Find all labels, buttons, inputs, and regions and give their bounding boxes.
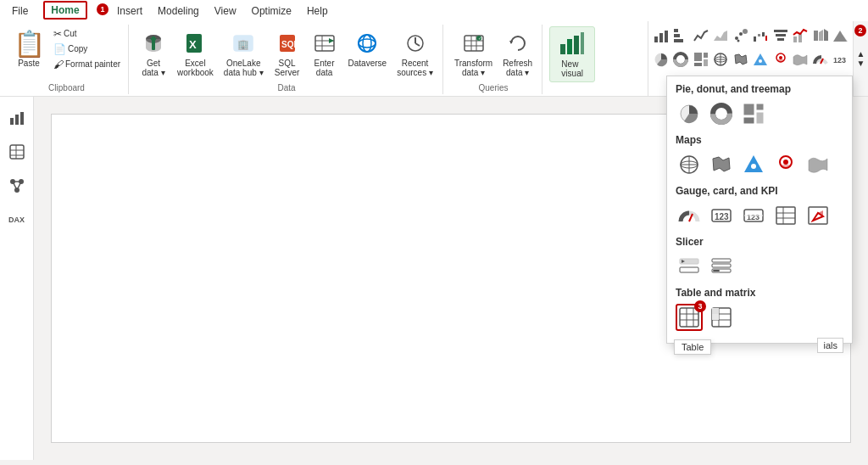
viz-donut-icon[interactable] bbox=[672, 48, 691, 70]
viz-line-icon[interactable] bbox=[692, 25, 710, 47]
onelake-button[interactable]: 🏢 OneLakedata hub ▾ bbox=[220, 26, 268, 79]
section-row-table: 3 Table ials bbox=[676, 304, 843, 331]
svg-rect-90 bbox=[756, 112, 764, 124]
svg-rect-72 bbox=[10, 118, 14, 125]
viz-filledmap-icon[interactable] bbox=[732, 48, 750, 70]
viz-panel-matrix[interactable] bbox=[708, 304, 735, 331]
svg-rect-34 bbox=[659, 33, 663, 42]
menu-bar: File Home 1 Insert Modeling View Optimiz… bbox=[0, 0, 868, 21]
viz-azuremap-icon[interactable] bbox=[752, 48, 771, 70]
viz-panel-azuremap[interactable] bbox=[740, 151, 767, 178]
viz-shapemap-icon[interactable] bbox=[792, 48, 810, 70]
menu-item-modeling[interactable]: Modeling bbox=[151, 3, 206, 20]
viz-panel-gauge[interactable] bbox=[676, 202, 703, 229]
sidebar-dax-view[interactable]: DAX bbox=[3, 205, 31, 234]
format-painter-button[interactable]: 🖌 Format painter bbox=[51, 58, 123, 71]
viz-panel-multicard[interactable]: 123 bbox=[740, 202, 767, 229]
viz-panel-pie[interactable] bbox=[676, 100, 703, 127]
get-data-button[interactable]: Getdata ▾ bbox=[136, 26, 171, 79]
viz-panel-card[interactable]: 123 bbox=[708, 202, 735, 229]
svg-point-16 bbox=[363, 35, 371, 52]
svg-text:SQL: SQL bbox=[281, 40, 299, 49]
viz-row-1 bbox=[652, 25, 849, 47]
viz-ribbon-icon[interactable] bbox=[811, 25, 830, 47]
svg-point-42 bbox=[743, 29, 748, 34]
viz-area-icon[interactable] bbox=[712, 25, 731, 47]
viz-panel-filledmap[interactable] bbox=[708, 151, 735, 178]
cut-button[interactable]: ✂ Cut bbox=[51, 27, 123, 41]
viz-mountain-icon[interactable] bbox=[832, 25, 850, 47]
sidebar-report-view[interactable] bbox=[3, 104, 31, 132]
viz-panel-slicer2[interactable] bbox=[708, 253, 735, 280]
viz-panel-shapemap[interactable] bbox=[804, 151, 832, 178]
viz-col-icon[interactable] bbox=[672, 25, 691, 47]
new-visual-button[interactable]: Newvisual bbox=[549, 26, 595, 82]
viz-bar-icon[interactable] bbox=[652, 25, 670, 47]
sidebar-model-view[interactable] bbox=[3, 171, 31, 200]
viz-pie-icon[interactable] bbox=[652, 48, 670, 70]
svg-text:123: 123 bbox=[715, 212, 729, 221]
menu-item-insert[interactable]: Insert bbox=[110, 3, 149, 20]
viz-panel-treemap[interactable] bbox=[740, 100, 767, 127]
svg-rect-117 bbox=[712, 264, 731, 267]
viz-panel-kpi[interactable] bbox=[804, 202, 832, 229]
svg-rect-89 bbox=[756, 104, 764, 110]
viz-gauge-icon[interactable] bbox=[811, 48, 830, 70]
svg-rect-75 bbox=[10, 145, 24, 159]
viz-row-2: 123 bbox=[652, 48, 849, 70]
get-data-icon bbox=[140, 30, 167, 57]
viz-kpi-icon[interactable]: 123 bbox=[832, 48, 850, 70]
section-title-gauge: Gauge, card, and KPI bbox=[676, 185, 843, 197]
svg-marker-27 bbox=[509, 41, 513, 44]
svg-rect-61 bbox=[694, 63, 702, 66]
viz-treemap-icon[interactable] bbox=[692, 48, 710, 70]
menu-item-view[interactable]: View bbox=[208, 3, 243, 20]
paste-button[interactable]: 📋 Paste bbox=[10, 26, 47, 71]
enter-data-button[interactable]: Enterdata bbox=[307, 26, 342, 79]
sidebar-table-view[interactable] bbox=[3, 137, 31, 166]
viz-globe-icon[interactable] bbox=[712, 48, 731, 70]
svg-rect-36 bbox=[674, 34, 680, 37]
svg-rect-106 bbox=[776, 207, 795, 224]
viz-funnel-icon[interactable] bbox=[771, 25, 790, 47]
viz-arcgis-icon[interactable] bbox=[771, 48, 790, 70]
excel-workbook-button[interactable]: X Excelworkbook bbox=[173, 26, 218, 79]
viz-panel-badge: 2 bbox=[854, 25, 866, 36]
viz-panel-table[interactable]: 3 Table bbox=[676, 304, 703, 331]
viz-scroll-button[interactable]: ▲ ▼ 2 bbox=[853, 21, 868, 96]
recent-sources-button[interactable]: Recentsources ▾ bbox=[392, 26, 437, 79]
data-group-label: Data bbox=[277, 83, 295, 94]
menu-item-file[interactable]: File bbox=[5, 3, 35, 20]
svg-rect-88 bbox=[743, 104, 754, 115]
svg-point-67 bbox=[759, 59, 762, 63]
transform-label: Transformdata ▾ bbox=[454, 59, 492, 77]
viz-scatter-icon[interactable] bbox=[732, 25, 750, 47]
svg-rect-45 bbox=[758, 34, 760, 36]
viz-combo-icon[interactable] bbox=[792, 25, 810, 47]
menu-item-help[interactable]: Help bbox=[300, 3, 335, 20]
svg-point-43 bbox=[737, 40, 739, 42]
svg-rect-116 bbox=[712, 259, 731, 262]
enter-data-icon bbox=[311, 30, 338, 57]
copy-button[interactable]: 📄 Copy bbox=[51, 42, 123, 56]
viz-panel-globe[interactable] bbox=[676, 151, 703, 178]
refresh-button[interactable]: Refreshdata ▾ bbox=[498, 26, 537, 79]
clipboard-group: 📋 Paste ✂ Cut 📄 Copy 🖌 Format painter bbox=[5, 25, 129, 94]
transform-button[interactable]: ✓ Transformdata ▾ bbox=[450, 26, 497, 79]
svg-rect-9 bbox=[315, 36, 334, 51]
svg-rect-50 bbox=[777, 38, 784, 41]
onelake-label: OneLakedata hub ▾ bbox=[224, 59, 264, 77]
dataverse-button[interactable]: Dataverse bbox=[344, 26, 392, 70]
viz-panel-slicer1[interactable] bbox=[676, 253, 703, 280]
section-title-slicer: Slicer bbox=[676, 236, 843, 248]
sql-server-button[interactable]: SQL SQLServer bbox=[270, 26, 305, 79]
svg-rect-46 bbox=[762, 32, 765, 36]
svg-rect-60 bbox=[704, 59, 708, 66]
viz-waterfall-icon[interactable] bbox=[752, 25, 771, 47]
svg-point-15 bbox=[359, 39, 376, 48]
menu-item-home[interactable]: Home 1 bbox=[36, 2, 108, 20]
viz-panel-table-kpi[interactable] bbox=[772, 202, 799, 229]
viz-panel-donut[interactable] bbox=[708, 100, 735, 127]
viz-panel-arcgis[interactable] bbox=[772, 151, 799, 178]
menu-item-optimize[interactable]: Optimize bbox=[245, 3, 298, 20]
